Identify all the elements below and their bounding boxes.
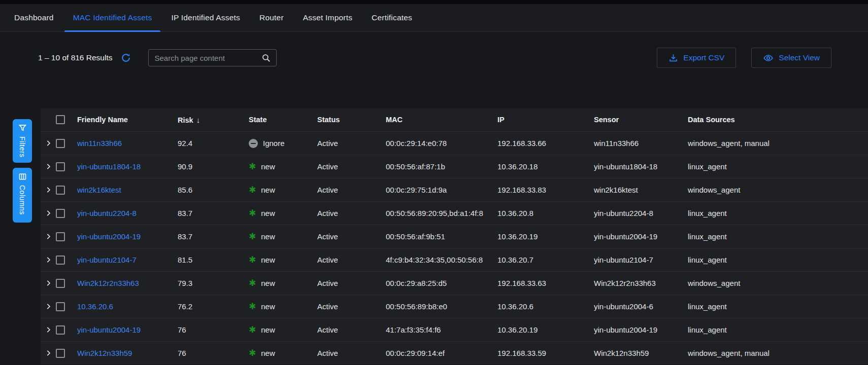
data-sources-value: linux_agent — [683, 325, 868, 334]
header-ip[interactable]: IP — [492, 116, 589, 124]
select-view-button[interactable]: Select View — [751, 48, 831, 68]
tab-ip-identified-assets[interactable]: IP Identified Assets — [161, 4, 250, 31]
row-expand-chevron-icon[interactable] — [45, 303, 52, 310]
row-expand-chevron-icon[interactable] — [45, 349, 52, 357]
header-mac[interactable]: MAC — [381, 116, 492, 124]
risk-value: 76 — [173, 349, 244, 357]
mac-value: 41:7a:f3:35:f4:f6 — [381, 325, 492, 334]
header-sensor[interactable]: Sensor — [589, 116, 683, 124]
tab-dashboard[interactable]: Dashboard — [5, 4, 63, 31]
row-checkbox[interactable] — [56, 186, 65, 195]
state-new-icon: ✱ — [249, 232, 256, 241]
friendly-name-link[interactable]: yin-ubuntu2104-7 — [77, 256, 137, 264]
state-cell: ✱ new — [244, 162, 312, 171]
state-cell: ✱ new — [244, 349, 312, 357]
export-csv-button[interactable]: Export CSV — [657, 48, 736, 68]
header-status[interactable]: Status — [312, 116, 381, 124]
row-expand-chevron-icon[interactable] — [45, 186, 52, 194]
state-label: new — [261, 256, 275, 264]
status-value: Active — [312, 162, 381, 171]
sensor-value: yin-ubuntu2004-19 — [589, 325, 683, 334]
header-friendly-name[interactable]: Friendly Name — [72, 116, 173, 124]
ip-value: 10.36.20.18 — [492, 162, 589, 171]
ip-value: 10.36.20.6 — [492, 302, 589, 311]
mac-value: 00:50:56:89:20:95,bd:a1:4f:8 — [381, 209, 492, 217]
state-ignore-icon — [249, 139, 258, 148]
select-all-checkbox[interactable] — [56, 115, 65, 124]
tab-asset-imports[interactable]: Asset Imports — [293, 4, 362, 31]
header-data-sources[interactable]: Data Sources — [683, 116, 868, 124]
state-label: new — [261, 162, 275, 171]
friendly-name-link[interactable]: win11n33h66 — [77, 139, 122, 148]
header-risk[interactable]: Risk↓ — [173, 116, 244, 124]
filters-label: Filters — [18, 136, 26, 158]
ip-value: 192.168.33.59 — [492, 349, 589, 357]
export-csv-label: Export CSV — [683, 53, 724, 62]
header-state[interactable]: State — [244, 116, 312, 124]
row-expand-chevron-icon[interactable] — [45, 163, 52, 170]
friendly-name-link[interactable]: yin-ubuntu2204-8 — [77, 209, 137, 217]
sensor-value: yin-ubuntu2004-6 — [589, 302, 683, 311]
friendly-name-link[interactable]: 10.36.20.6 — [77, 302, 113, 311]
row-expand-chevron-icon[interactable] — [45, 209, 52, 217]
ip-value: 192.168.33.66 — [492, 139, 589, 148]
assets-table: Friendly Name Risk↓ State Status MAC IP … — [41, 108, 868, 364]
mac-value: 00:50:56:af:87:1b — [381, 162, 492, 171]
filters-panel-button[interactable]: Filters — [13, 119, 32, 163]
risk-value: 81.5 — [173, 256, 244, 264]
sensor-value: Win2k12n33h59 — [589, 349, 683, 357]
row-checkbox[interactable] — [56, 139, 65, 148]
sensor-value: win2k16ktest — [589, 186, 683, 194]
row-checkbox[interactable] — [56, 302, 65, 311]
friendly-name-link[interactable]: Win2k12n33h59 — [77, 349, 132, 357]
friendly-name-link[interactable]: yin-ubuntu2004-19 — [77, 325, 141, 334]
search-input[interactable] — [155, 54, 261, 62]
row-checkbox[interactable] — [56, 232, 65, 241]
row-checkbox[interactable] — [56, 279, 65, 288]
row-checkbox[interactable] — [56, 325, 65, 335]
state-cell: ✱ new — [244, 186, 312, 194]
state-label: new — [261, 349, 275, 357]
risk-value: 76.2 — [173, 302, 244, 311]
refresh-button[interactable] — [120, 52, 132, 64]
row-checkbox[interactable] — [56, 162, 65, 171]
tab-mac-identified-assets[interactable]: MAC Identified Assets — [63, 4, 162, 31]
friendly-name-link[interactable]: Win2k12r2n33h63 — [77, 279, 139, 287]
table-row: win2k16ktest 85.6 ✱ new Active 00:0c:29:… — [41, 178, 868, 201]
friendly-name-link[interactable]: yin-ubuntu1804-18 — [77, 162, 141, 171]
data-sources-value: windows_agent, manual — [683, 349, 868, 357]
state-new-icon: ✱ — [249, 325, 256, 334]
data-sources-value: linux_agent — [683, 162, 868, 171]
row-expand-chevron-icon[interactable] — [45, 233, 52, 240]
state-cell: ✱ new — [244, 209, 312, 217]
risk-value: 90.9 — [173, 162, 244, 171]
row-expand-chevron-icon[interactable] — [45, 326, 52, 334]
row-expand-chevron-icon[interactable] — [45, 139, 52, 147]
row-expand-chevron-icon[interactable] — [45, 256, 52, 264]
state-label: new — [261, 186, 275, 194]
table-row: yin-ubuntu2204-8 83.7 ✱ new Active 00:50… — [41, 201, 868, 225]
tab-certificates[interactable]: Certificates — [362, 4, 422, 31]
top-strip — [0, 0, 868, 4]
risk-value: 83.7 — [173, 232, 244, 241]
header-risk-label: Risk — [178, 116, 193, 124]
row-expand-chevron-icon[interactable] — [45, 279, 52, 287]
row-checkbox[interactable] — [56, 349, 65, 358]
friendly-name-link[interactable]: win2k16ktest — [77, 186, 121, 194]
row-checkbox[interactable] — [56, 209, 65, 218]
state-cell: ✱ new — [244, 232, 312, 241]
risk-value: 79.3 — [173, 279, 244, 287]
data-sources-value: windows_agent, manual — [683, 139, 868, 148]
columns-panel-button[interactable]: Columns — [13, 168, 32, 223]
status-value: Active — [312, 349, 381, 357]
tab-router[interactable]: Router — [250, 4, 293, 31]
state-label: new — [261, 325, 275, 334]
mac-value: 00:0c:29:75:1d:9a — [381, 186, 492, 194]
row-checkbox[interactable] — [56, 256, 65, 265]
state-new-icon: ✱ — [249, 186, 256, 194]
state-cell: ✱ new — [244, 256, 312, 264]
columns-icon — [18, 172, 27, 181]
table-row: yin-ubuntu2004-19 76 ✱ new Active 41:7a:… — [41, 318, 868, 341]
state-cell: ✱ new — [244, 279, 312, 287]
friendly-name-link[interactable]: yin-ubuntu2004-19 — [77, 232, 141, 241]
